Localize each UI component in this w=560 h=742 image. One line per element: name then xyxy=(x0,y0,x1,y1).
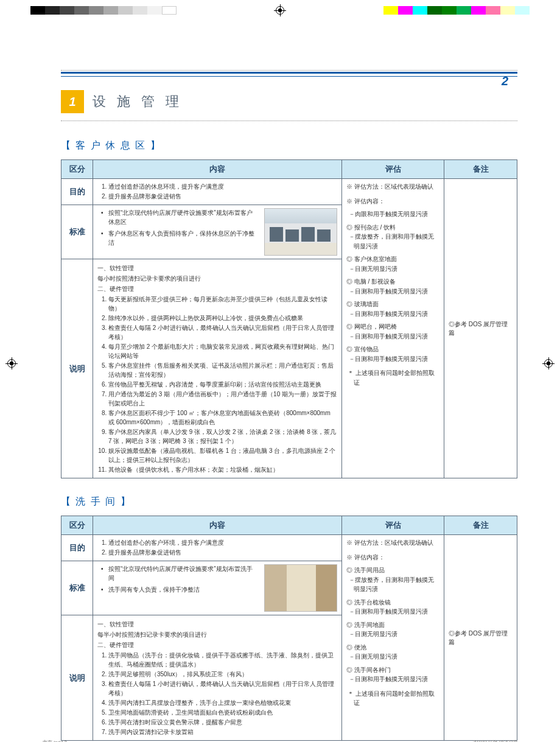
row-label: 目的 xyxy=(61,535,93,561)
list-item: 提升服务品牌形象促进销售 xyxy=(108,548,337,557)
list-item: 按照“北京现代特约店展厅硬件设施要求”规划布置客户休息区 xyxy=(100,208,258,226)
list-item: 除纯净水以外，提供两种以上热饮及两种以上冷饮，提供免费点心或糖果 xyxy=(108,313,337,323)
purpose-cell: 通过创造舒心的客户环境，提升客户满意度 提升服务品牌形象促进销售 xyxy=(93,535,342,561)
washroom-photo xyxy=(264,564,337,612)
rule-thick xyxy=(61,72,517,74)
eval-cell: ※ 评估方法：区域代表现场确认 ※ 评估内容： 肉眼和用手触摸无明显污渍 报刊杂… xyxy=(342,179,444,478)
eval-group-t: 客户休息室地面 xyxy=(346,254,439,264)
standard-cell: 按照“北京现代特约店展厅硬件设施要求”规划布置客户休息区 客户休息区有专人负责招… xyxy=(93,205,342,259)
list-item: 客户休息区有专人负责招待客户，保持休息区的干净整洁 xyxy=(100,229,258,247)
chapter-header: 1 设 施 管 理 xyxy=(61,90,517,113)
list-item: 每月至少增加 2 个最新电影大片；电脑安装常见游戏，网页收藏夹有理财网站、热门论… xyxy=(108,342,337,360)
list-item: 宣传物品平整无褶皱，内容清楚，每季度重新印刷；活动宣传按照活动主题更换 xyxy=(108,380,337,389)
col-header: 备注 xyxy=(444,516,517,535)
registration-mark-left xyxy=(7,359,16,368)
note-cell: ◎参考 DOS 展厅管理篇 xyxy=(444,179,517,478)
table-lounge: 区分 内容 评估 备注 目的 通过创造舒适的休息环境，提升客户满意度 提升服务品… xyxy=(61,159,517,478)
eval-group-d: 目测和用手触摸无明显污渍 xyxy=(346,332,439,341)
eval-group-d: 摆放整齐，目测和用手触摸无明显污渍 xyxy=(346,232,439,251)
col-header: 区分 xyxy=(61,160,93,179)
eval-group-d: 目测无明显污渍 xyxy=(346,264,439,274)
lounge-photo xyxy=(264,208,337,256)
row-label: 说明 xyxy=(61,259,93,478)
footer-meta: 内页.indd 3 2010/11/29 16:42:05 xyxy=(43,739,517,742)
row-label: 说明 xyxy=(61,615,93,741)
list-item: 洗手间有专人负责，保持干净整洁 xyxy=(100,585,258,594)
list-item: 检查责任人每隔 2 小时进行确认，最终确认人当天确认完后留档（用于日常人员管理考… xyxy=(108,323,337,341)
print-registration-top xyxy=(30,6,530,15)
eval-group-t: 洗手间用品 xyxy=(346,565,439,575)
rule-thin xyxy=(61,76,517,77)
standard-cell: 按照“北京现代特约店展厅硬件设施要求”规划布置洗手间 洗手间有专人负责，保持干净… xyxy=(93,561,342,615)
rule-dotted-2 xyxy=(61,121,517,121)
sub-heading: 一、软性管理 xyxy=(97,264,337,273)
col-header: 内容 xyxy=(93,160,342,179)
eval-line: 肉眼和用手触摸无明显污渍 xyxy=(346,209,439,219)
list-item: 卫生间地面铺防滑瓷砖，卫生间墙面贴白色瓷砖或粉刷成白色 xyxy=(108,708,337,717)
table-washroom: 区分 内容 评估 备注 目的 通过创造舒心的客户环境，提升客户满意度 提升服务品… xyxy=(61,516,517,741)
row-label: 标准 xyxy=(61,561,93,615)
list-item: 按照“北京现代特约店展厅硬件设施要求”规划布置洗手间 xyxy=(100,564,258,583)
eval-group-t: 玻璃墙面 xyxy=(346,299,439,309)
list-item: 用户通信为最近的 3 期（用户通信画板中）；用户通信手册（10 期为一册）放置于… xyxy=(108,390,337,408)
gray-swatches xyxy=(30,6,177,15)
list-item: 其他设备（提供饮水机，客户用水杯；衣架；垃圾桶，烟灰缸） xyxy=(108,465,337,474)
row-label: 目的 xyxy=(61,179,93,205)
eval-star: 上述项目有问题时全部拍照取证 xyxy=(346,368,439,387)
list-item: 客户休息区面积不得少于 100 ㎡；客户休息室内地面铺灰色瓷砖（800mm×80… xyxy=(108,408,337,427)
eval-group-d: 目测和用手触摸无明显污渍 xyxy=(346,287,439,296)
list-item: 洗手间内清扫工具摆放合理整齐，洗手台上摆放一束绿色植物或花束 xyxy=(108,698,337,707)
eval-group-d: 目测和用手触摸无明显污渍 xyxy=(346,354,439,364)
eval-group-d: 目测和用手触摸无明显污渍 xyxy=(346,309,439,319)
list-item: 通过创造舒适的休息环境，提升客户满意度 xyxy=(108,182,337,191)
eval-group-t: 洗手间地面 xyxy=(346,620,439,630)
chapter-title: 设 施 管 理 xyxy=(93,93,183,111)
explain-cell: 一、软性管理 每半小时按照清扫记录卡要求的项目进行 二、硬件管理 洗手间物品（洗… xyxy=(93,615,342,741)
text-line: 每半小时按照清扫记录卡要求的项目进行 xyxy=(97,630,337,639)
footer-file: 内页.indd 3 xyxy=(43,739,67,742)
list-item: 提升服务品牌形象促进销售 xyxy=(108,192,337,201)
list-item: 客户休息室挂件（售后服务相关奖项、证书及活动照片展示栏；用户通信彩页；售后活动海… xyxy=(108,361,337,379)
eval-group-t: 报刊杂志 / 饮料 xyxy=(346,223,439,233)
eval-group-t: 电脑 / 影视设备 xyxy=(346,277,439,287)
registration-mark-right xyxy=(544,359,553,368)
list-item: 洗手间足够照明（350lux），排风系统正常（有风） xyxy=(108,670,337,679)
list-item: 通过创造舒心的客户环境，提升客户满意度 xyxy=(108,538,337,547)
list-item: 洗手间内设置清扫记录卡放置箱 xyxy=(108,727,337,737)
eval-group-t: 洗手台梳妆镜 xyxy=(346,598,439,607)
eval-group-t: 宣传物品 xyxy=(346,345,439,354)
color-swatches xyxy=(383,6,530,15)
eval-content-h: ※ 评估内容： xyxy=(346,197,439,206)
text-line: 每小时按照清扫记录卡要求的项目进行 xyxy=(97,274,337,283)
page-content: 2 1 设 施 管 理 【 客 户 休 息 区 】 区分 内容 评估 备注 目的… xyxy=(0,0,560,742)
eval-group-d: 目测和用手触摸无明显污渍 xyxy=(346,607,439,617)
explain-cell: 一、软性管理 每小时按照清扫记录卡要求的项目进行 二、硬件管理 每天更新报纸并至… xyxy=(93,259,342,478)
purpose-cell: 通过创造舒适的休息环境，提升客户满意度 提升服务品牌形象促进销售 xyxy=(93,179,342,205)
list-item: 检查责任人每隔 1 小时进行确认，最终确认人当天确认完后留档（用于日常人员管理考… xyxy=(108,679,337,698)
footer-timestamp: 2010/11/29 16:42:05 xyxy=(473,739,517,742)
rule-dotted xyxy=(61,70,517,71)
col-header: 备注 xyxy=(444,160,517,179)
eval-method: ※ 评估方法：区域代表现场确认 xyxy=(346,182,439,192)
eval-group-t: 洗手间各种门 xyxy=(346,665,439,675)
row-label: 标准 xyxy=(61,205,93,259)
eval-method: ※ 评估方法：区域代表现场确认 xyxy=(346,538,439,548)
note-cell: ◎参考 DOS 展厅管理篇 xyxy=(444,535,517,741)
sub-heading: 二、硬件管理 xyxy=(97,640,337,649)
section-title-washroom: 【 洗 手 间 】 xyxy=(61,495,517,508)
col-header: 区分 xyxy=(61,516,93,535)
sub-heading: 一、软性管理 xyxy=(97,620,337,629)
list-item: 洗手间物品（洗手台：提供化妆镜，提供干手器或擦手纸、洗手液、除臭剂，提供卫生纸、… xyxy=(108,651,337,669)
list-item: 娱乐设施最低配备（液晶电视机、影碟机各 1 台；液晶电脑 3 台，多孔电源插座 … xyxy=(108,446,337,464)
eval-cell: ※ 评估方法：区域代表现场确认 ※ 评估内容： 洗手间用品摆放整齐，目测和用手触… xyxy=(342,535,444,741)
chapter-number-box: 1 xyxy=(61,90,84,113)
col-header: 评估 xyxy=(342,160,444,179)
eval-group-t: 便池 xyxy=(346,643,439,653)
list-item: 每天更新报纸并至少提供三种；每月更新杂志并至少提供三种（包括儿童及女性读物） xyxy=(108,295,337,313)
eval-group-d: 摆放整齐，目测和用手触摸无明显污渍 xyxy=(346,575,439,594)
eval-group-d: 目测无明显污渍 xyxy=(346,652,439,662)
eval-group-d: 目测和用手触摸无明显污渍 xyxy=(346,674,439,684)
eval-content-h: ※ 评估内容： xyxy=(346,553,439,562)
registration-mark-icon xyxy=(276,6,284,15)
sub-heading: 二、硬件管理 xyxy=(97,284,337,293)
